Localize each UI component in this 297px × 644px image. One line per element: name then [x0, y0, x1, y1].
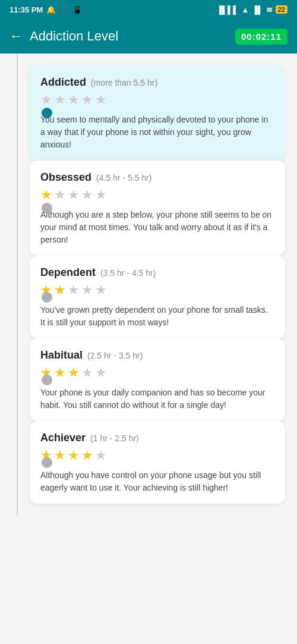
card-title-row-dependent: Dependent(3.5 hr - 4.5 hr)	[40, 266, 274, 279]
page-title: Addiction Level	[30, 29, 235, 44]
card-dependent: Dependent(3.5 hr - 4.5 hr)★★★★★You've gr…	[30, 256, 285, 338]
star-habitual-3: ★	[68, 365, 80, 381]
status-bar: 11:35 PM 🔔 🎵 📱 ▐▌▌▌ ▲ ▐▌ ≋ 22	[0, 0, 297, 19]
content-area: Addicted(more than 5.5 hr)★★★★★You seem …	[0, 54, 297, 516]
card-desc-addicted: You seem to mentally and physically devo…	[40, 114, 274, 151]
card-addicted: Addicted(more than 5.5 hr)★★★★★You seem …	[30, 65, 285, 161]
timer-badge: 00:02:11	[235, 29, 287, 45]
card-title-row-obsessed: Obsessed(4.5 hr - 5.5 hr)	[40, 171, 274, 184]
card-title-row-achiever: Achiever(1 hr - 2.5 hr)	[40, 432, 274, 444]
star-dependent-5: ★	[95, 282, 107, 298]
card-desc-achiever: Although you have control on your phone …	[40, 469, 274, 494]
signal-icon: ▐▌▌▌	[217, 5, 239, 14]
back-button[interactable]: ←	[10, 29, 23, 44]
card-desc-dependent: You've grown pretty dependent on your ph…	[40, 304, 274, 329]
card-range-achiever: (1 hr - 2.5 hr)	[90, 433, 139, 443]
star-obsessed-1: ★	[40, 187, 52, 203]
star-achiever-5: ★	[95, 448, 107, 463]
card-desc-obsessed: Although you are a step below, your phon…	[40, 209, 274, 246]
star-addicted-4: ★	[81, 92, 93, 108]
star-obsessed-4: ★	[81, 187, 93, 203]
star-dependent-4: ★	[81, 282, 93, 298]
card-title-obsessed: Obsessed	[40, 171, 91, 184]
star-dependent-3: ★	[68, 282, 80, 298]
star-obsessed-3: ★	[68, 187, 80, 203]
star-dependent-2: ★	[54, 282, 66, 298]
signal2-icon: ▐▌	[252, 5, 263, 14]
card-title-addicted: Addicted	[40, 76, 86, 89]
level-card-achiever: Achiever(1 hr - 2.5 hr)★★★★★Although you…	[30, 421, 285, 504]
star-addicted-5: ★	[95, 92, 107, 108]
card-habitual: Habitual(2.5 hr - 3.5 hr)★★★★★Your phone…	[30, 338, 285, 421]
timeline-dot-addicted	[42, 108, 52, 118]
stars-habitual: ★★★★★	[40, 365, 274, 381]
stars-obsessed: ★★★★★	[40, 187, 274, 203]
star-habitual-2: ★	[54, 365, 66, 381]
timeline-line	[17, 54, 18, 516]
card-title-row-habitual: Habitual(2.5 hr - 3.5 hr)	[40, 349, 274, 362]
timeline-dot-dependent	[42, 292, 52, 303]
level-card-obsessed: Obsessed(4.5 hr - 5.5 hr)★★★★★Although y…	[30, 161, 285, 256]
star-obsessed-2: ★	[54, 187, 66, 203]
card-desc-habitual: Your phone is your daily companion and h…	[40, 387, 274, 411]
notification-icon: 🔔	[46, 5, 56, 14]
star-habitual-4: ★	[81, 365, 93, 381]
timeline-dot-achiever	[42, 457, 52, 468]
card-range-obsessed: (4.5 hr - 5.5 hr)	[96, 173, 151, 183]
spotify-icon: 🎵	[59, 5, 69, 14]
star-addicted-2: ★	[54, 92, 66, 108]
status-left: 11:35 PM 🔔 🎵 📱	[10, 5, 82, 14]
card-range-dependent: (3.5 hr - 4.5 hr)	[100, 268, 156, 278]
star-achiever-4: ★	[81, 448, 93, 463]
status-right: ▐▌▌▌ ▲ ▐▌ ≋ 22	[217, 5, 287, 14]
wifi-icon: ▲	[241, 5, 249, 14]
timeline-dot-habitual	[42, 375, 52, 385]
level-card-habitual: Habitual(2.5 hr - 3.5 hr)★★★★★Your phone…	[30, 338, 285, 421]
level-card-dependent: Dependent(3.5 hr - 4.5 hr)★★★★★You've gr…	[30, 256, 285, 338]
app-icon: 📱	[72, 5, 82, 14]
app-header: ← Addiction Level 00:02:11	[0, 19, 297, 54]
level-card-addicted: Addicted(more than 5.5 hr)★★★★★You seem …	[30, 65, 285, 161]
card-obsessed: Obsessed(4.5 hr - 5.5 hr)★★★★★Although y…	[30, 161, 285, 256]
star-achiever-3: ★	[68, 448, 80, 463]
card-range-habitual: (2.5 hr - 3.5 hr)	[87, 351, 143, 360]
card-range-addicted: (more than 5.5 hr)	[91, 78, 157, 87]
star-addicted-1: ★	[40, 92, 52, 108]
timeline-dot-obsessed	[42, 203, 52, 213]
wifi2-icon: ≋	[266, 5, 273, 14]
stars-achiever: ★★★★★	[40, 448, 274, 463]
card-title-row-addicted: Addicted(more than 5.5 hr)	[40, 76, 274, 89]
status-time: 11:35 PM	[10, 5, 43, 14]
star-habitual-5: ★	[95, 365, 107, 381]
star-achiever-2: ★	[54, 448, 66, 463]
star-obsessed-5: ★	[95, 187, 107, 203]
card-title-achiever: Achiever	[40, 432, 86, 444]
stars-dependent: ★★★★★	[40, 282, 274, 298]
battery-icon: 22	[276, 5, 287, 14]
card-achiever: Achiever(1 hr - 2.5 hr)★★★★★Although you…	[30, 421, 285, 504]
card-title-habitual: Habitual	[40, 349, 83, 362]
star-addicted-3: ★	[68, 92, 80, 108]
stars-addicted: ★★★★★	[40, 92, 274, 108]
card-title-dependent: Dependent	[40, 266, 96, 279]
